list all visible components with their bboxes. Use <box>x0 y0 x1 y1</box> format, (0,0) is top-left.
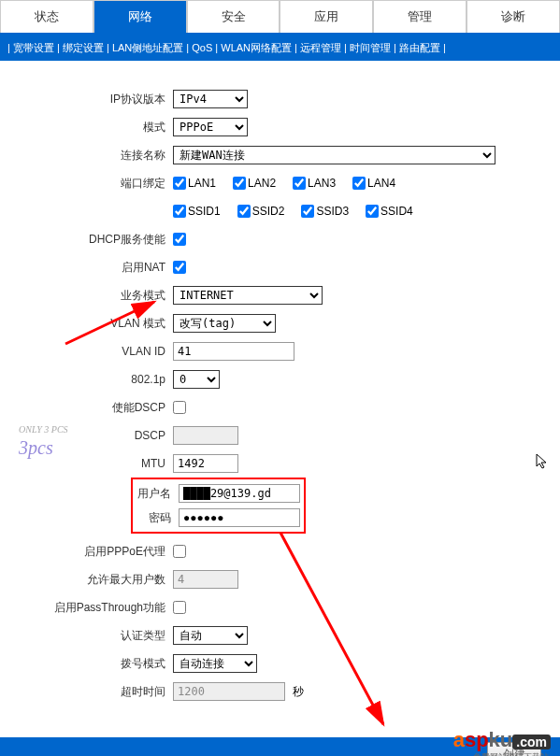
vlan-mode-select[interactable]: 改写(tag) <box>173 314 276 333</box>
subnav-binding[interactable]: 绑定设置 <box>63 42 104 53</box>
subnav-qos[interactable]: QoS <box>192 42 212 53</box>
dscp-enable-label: 使能DSCP <box>19 400 173 416</box>
ssid1-checkbox[interactable] <box>173 205 186 218</box>
ssid1-label: SSID1 <box>188 205 221 218</box>
subnav-broadband[interactable]: 宽带设置 <box>13 42 54 53</box>
password-input[interactable] <box>179 508 300 527</box>
form-container: IP协议版本 IPv4 模式 PPPoE 连接名称 新建WAN连接 端口绑定 L… <box>0 61 560 728</box>
passthrough-checkbox[interactable] <box>173 601 186 614</box>
subnav-wlan[interactable]: WLAN网络配置 <box>221 42 292 53</box>
username-label: 用户名 <box>136 486 179 502</box>
nat-checkbox[interactable] <box>173 261 186 274</box>
dhcp-checkbox[interactable] <box>173 233 186 246</box>
username-input[interactable] <box>179 484 300 503</box>
pppoe-proxy-label: 启用PPPoE代理 <box>19 544 173 560</box>
ip-protocol-label: IP协议版本 <box>19 92 173 107</box>
mode-label: 模式 <box>19 120 173 136</box>
ip-protocol-select[interactable]: IPv4 <box>173 90 248 108</box>
lan3-checkbox[interactable] <box>293 177 306 190</box>
tab-security[interactable]: 安全 <box>187 0 280 33</box>
mode-select[interactable]: PPPoE <box>173 118 248 136</box>
subnav-routing[interactable]: 路由配置 <box>399 42 440 53</box>
lan3-label: LAN3 <box>308 177 336 190</box>
conn-name-label: 连接名称 <box>19 148 173 164</box>
site-tagline: 免费网站源码下载站 <box>473 751 549 756</box>
ssid4-checkbox[interactable] <box>366 205 379 218</box>
lan2-label: LAN2 <box>248 177 276 190</box>
tab-status[interactable]: 状态 <box>0 0 93 33</box>
service-mode-label: 业务模式 <box>19 288 173 304</box>
password-label: 密码 <box>136 510 179 526</box>
8021p-select[interactable]: 0 <box>173 370 220 389</box>
main-tabs: 状态 网络 安全 应用 管理 诊断 <box>0 0 560 36</box>
dial-mode-select[interactable]: 自动连接 <box>173 654 257 673</box>
timeout-unit: 秒 <box>293 684 304 700</box>
subnav-lan[interactable]: LAN侧地址配置 <box>112 42 183 53</box>
vlan-id-input[interactable] <box>173 342 294 361</box>
conn-name-select[interactable]: 新建WAN连接 <box>173 146 495 164</box>
auth-type-label: 认证类型 <box>19 628 173 644</box>
tab-management[interactable]: 管理 <box>373 0 467 33</box>
vlan-id-label: VLAN ID <box>19 345 173 358</box>
lan1-checkbox[interactable] <box>173 177 186 190</box>
pppoe-proxy-checkbox[interactable] <box>173 545 186 558</box>
lan4-label: LAN4 <box>367 177 395 190</box>
vlan-mode-label: VLAN 模式 <box>19 316 173 332</box>
service-mode-select[interactable]: INTERNET <box>173 286 323 305</box>
dial-mode-label: 拨号模式 <box>19 656 173 672</box>
max-users-label: 允许最大用户数 <box>19 572 173 588</box>
lan4-checkbox[interactable] <box>352 177 366 190</box>
dscp-label: DSCP <box>19 429 173 442</box>
tab-application[interactable]: 应用 <box>280 0 373 33</box>
subnav-remote[interactable]: 远程管理 <box>300 42 341 53</box>
ssid3-checkbox[interactable] <box>301 205 314 218</box>
dscp-enable-checkbox[interactable] <box>173 401 186 414</box>
tab-diagnosis[interactable]: 诊断 <box>467 0 560 33</box>
mtu-input[interactable] <box>173 454 238 473</box>
tab-network[interactable]: 网络 <box>93 0 187 33</box>
timeout-label: 超时时间 <box>19 684 173 700</box>
lan1-label: LAN1 <box>188 177 216 190</box>
ssid4-label: SSID4 <box>381 205 413 218</box>
port-bind-label: 端口绑定 <box>19 176 173 192</box>
mtu-label: MTU <box>19 457 173 470</box>
auth-type-select[interactable]: 自动 <box>173 626 248 645</box>
nat-label: 启用NAT <box>19 260 173 276</box>
ssid2-checkbox[interactable] <box>237 205 251 218</box>
passthrough-label: 启用PassThrough功能 <box>19 600 173 616</box>
timeout-input <box>173 682 285 701</box>
footer-bar: 创建 aspku.com 免费网站源码下载站 <box>0 737 560 756</box>
ssid2-label: SSID2 <box>252 205 285 218</box>
8021p-label: 802.1p <box>19 373 173 386</box>
max-users-input <box>173 570 238 589</box>
dhcp-label: DHCP服务使能 <box>19 232 173 248</box>
dscp-input <box>173 426 238 445</box>
ssid3-label: SSID3 <box>316 205 349 218</box>
lan2-checkbox[interactable] <box>233 177 246 190</box>
cursor-icon <box>536 453 549 474</box>
subnav-time[interactable]: 时间管理 <box>350 42 391 53</box>
sub-nav: | 宽带设置 | 绑定设置 | LAN侧地址配置 | QoS | WLAN网络配… <box>0 36 560 61</box>
